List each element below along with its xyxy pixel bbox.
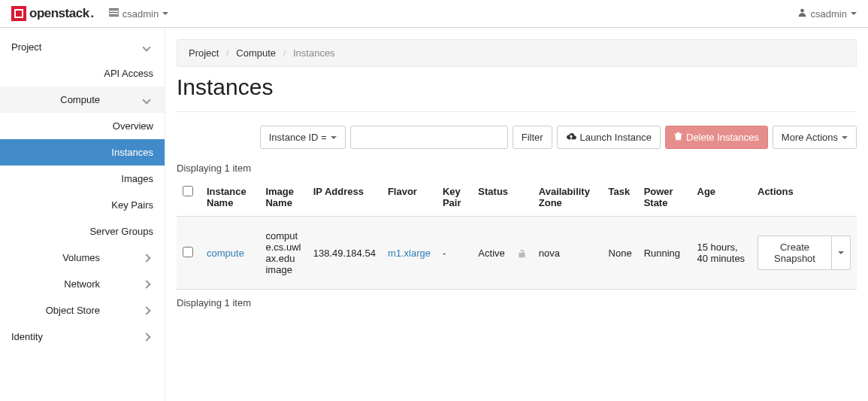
svg-rect-2 [16,11,22,17]
caret-down-icon [842,136,848,139]
caret-down-icon [838,251,844,254]
toolbar: Instance ID = Filter Launch Instance Del… [177,126,857,149]
col-flavor[interactable]: Flavor [382,178,437,217]
caret-down-icon [331,136,337,139]
sidebar: Project API Access Compute Overview Inst… [0,28,165,401]
table-row: compute compute.cs.uwlax.edu image 138.4… [177,217,857,290]
project-selector[interactable]: csadmin [109,8,168,20]
divider [177,111,857,112]
sidebar-group-identity[interactable]: Identity [0,324,165,350]
sidebar-item-api-access[interactable]: API Access [0,60,165,87]
domain-icon [109,8,119,20]
user-icon [797,8,807,20]
col-az[interactable]: Availability Zone [533,178,603,217]
project-name: csadmin [122,8,159,20]
sidebar-item-overview[interactable]: Overview [0,113,165,139]
sidebar-group-compute[interactable]: Compute [0,87,165,113]
sidebar-item-server-groups[interactable]: Server Groups [0,218,165,245]
topbar: openstack. csadmin csadmin [0,0,868,28]
col-image-name[interactable]: Image Name [259,178,307,217]
openstack-icon [11,6,26,21]
breadcrumb: Project / Compute / Instances [177,39,857,67]
sidebar-group-network[interactable]: Network [0,271,165,297]
launch-instance-button[interactable]: Launch Instance [557,126,661,149]
instance-name-link[interactable]: compute [207,248,244,259]
sidebar-item-images[interactable]: Images [0,166,165,192]
cloud-upload-icon [566,132,576,143]
chevron-down-icon [142,96,150,104]
col-actions: Actions [752,178,857,217]
breadcrumb-project[interactable]: Project [189,47,219,59]
col-power[interactable]: Power State [638,178,691,217]
more-actions-dropdown[interactable]: More Actions [773,126,857,149]
col-ip[interactable]: IP Address [307,178,382,217]
brand-logo[interactable]: openstack. [11,6,94,21]
chevron-right-icon [142,306,150,314]
main-content: Project / Compute / Instances Instances … [165,28,868,401]
user-menu[interactable]: csadmin [797,8,857,20]
cell-task: None [603,217,638,290]
chevron-right-icon [142,280,150,288]
row-checkbox[interactable] [183,247,193,257]
sidebar-group-volumes[interactable]: Volumes [0,245,165,271]
cell-key-pair: - [437,217,472,290]
chevron-right-icon [142,333,150,341]
cell-ip: 138.49.184.54 [307,217,382,290]
col-task[interactable]: Task [603,178,638,217]
filter-input[interactable] [350,126,508,149]
row-action-dropdown[interactable] [832,235,851,270]
chevron-right-icon [142,254,150,262]
filter-button[interactable]: Filter [513,126,552,149]
instances-table: Instance Name Image Name IP Address Flav… [177,178,857,290]
sidebar-item-key-pairs[interactable]: Key Pairs [0,192,165,218]
col-key-pair[interactable]: Key Pair [437,178,472,217]
breadcrumb-sep: / [283,47,286,59]
cell-age: 15 hours, 40 minutes [691,217,752,290]
cell-az: nova [533,217,603,290]
row-action-button[interactable]: Create Snapshot [758,235,832,270]
page-title: Instances [177,74,857,100]
caret-down-icon [162,12,168,15]
sidebar-item-instances[interactable]: Instances [0,139,165,166]
cell-status: Active [472,217,510,290]
breadcrumb-current: Instances [293,47,335,59]
user-name: csadmin [811,8,847,20]
col-instance-name[interactable]: Instance Name [201,178,259,217]
col-status[interactable]: Status [472,178,532,217]
trash-icon [674,132,682,143]
delete-instances-button[interactable]: Delete Instances [665,126,768,149]
select-all-checkbox[interactable] [183,186,193,196]
caret-down-icon [851,12,857,15]
brand-text: openstack [29,6,89,21]
svg-point-4 [800,9,804,13]
summary-top: Displaying 1 item [177,163,857,174]
breadcrumb-compute[interactable]: Compute [236,47,276,59]
unlock-icon [517,248,527,258]
cell-power: Running [638,217,691,290]
sidebar-group-project[interactable]: Project [0,34,165,60]
brand-dot: . [91,6,94,21]
summary-bottom: Displaying 1 item [177,297,857,308]
chevron-down-icon [142,43,150,51]
cell-image-name: compute.cs.uwlax.edu image [259,217,307,290]
filter-type-dropdown[interactable]: Instance ID = [260,126,346,149]
breadcrumb-sep: / [226,47,229,59]
flavor-link[interactable]: m1.xlarge [388,248,431,259]
sidebar-group-object-store[interactable]: Object Store [0,297,165,324]
col-age[interactable]: Age [691,178,752,217]
